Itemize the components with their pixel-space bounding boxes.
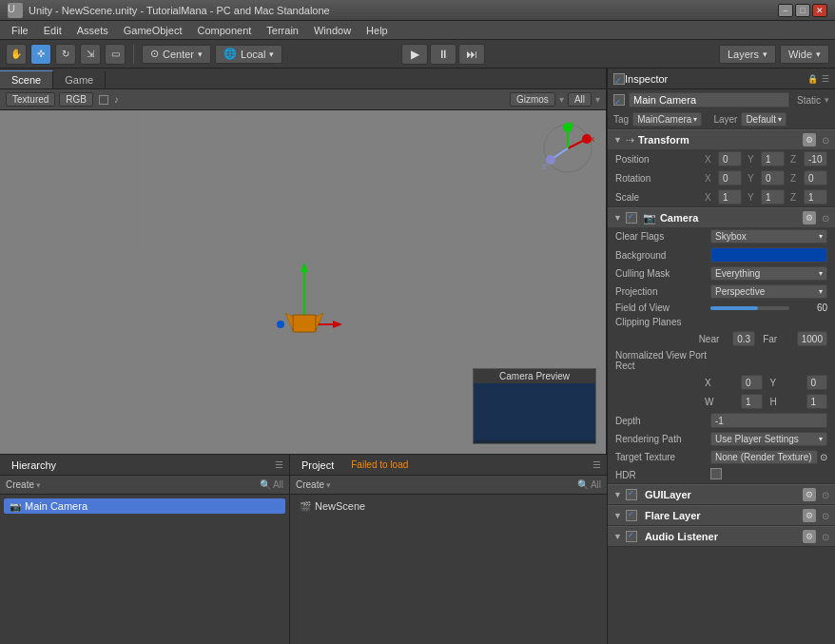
layer-dropdown[interactable]: Default [741, 112, 786, 127]
hierarchy-item-maincamera[interactable]: 📷 Main Camera [4, 498, 285, 514]
camera-enabled-checkbox[interactable] [626, 212, 637, 224]
menu-assets[interactable]: Assets [69, 23, 116, 38]
camera-extra-btn[interactable]: ⊙ [822, 213, 829, 224]
menu-component[interactable]: Component [189, 23, 259, 38]
menu-file[interactable]: File [4, 23, 36, 38]
audio-extra-btn[interactable]: ⊙ [822, 532, 829, 542]
guilayer-enabled-checkbox[interactable] [626, 489, 637, 500]
all-button[interactable]: All [568, 92, 592, 107]
flare-extra-btn[interactable]: ⊙ [822, 511, 829, 521]
rendering-path-dropdown[interactable]: Use Player Settings [710, 432, 827, 446]
camera-settings-btn[interactable]: ⚙ [803, 211, 816, 224]
guilayer-settings-btn[interactable]: ⚙ [803, 488, 816, 501]
pivot-button[interactable]: ⊙ Center [142, 45, 211, 64]
transform-extra-btn[interactable]: ⊙ [822, 135, 829, 146]
project-create-btn[interactable]: Create [296, 479, 324, 490]
scene-gizmo[interactable]: X Y Z [539, 120, 596, 177]
rect-tool[interactable]: ▭ [105, 44, 126, 65]
effects-toggle[interactable] [99, 95, 108, 105]
camera-preview-title: Camera Preview [474, 369, 595, 383]
project-item-newscene[interactable]: 🎬 NewScene [294, 498, 603, 514]
guilayer-extra-btn[interactable]: ⊙ [822, 490, 829, 500]
tag-dropdown[interactable]: MainCamera [632, 112, 702, 127]
audio-enabled-checkbox[interactable] [626, 531, 637, 542]
scene-tab[interactable]: Scene [0, 70, 53, 88]
culling-mask-dropdown[interactable]: Everything [710, 266, 827, 281]
vp-w-field[interactable]: 1 [741, 394, 763, 409]
flare-layer-header[interactable]: ▼ Flare Layer ⚙ ⊙ [608, 505, 835, 525]
step-button[interactable]: ⏭ [458, 44, 485, 65]
project-all-btn[interactable]: 🔍 All [577, 479, 601, 490]
rot-z-field[interactable]: 0 [804, 170, 827, 185]
audio-listener-header[interactable]: ▼ Audio Listener ⚙ ⊙ [608, 526, 835, 546]
hierarchy-menu-icon[interactable]: ☰ [275, 459, 283, 470]
clear-flags-row: Clear Flags Skybox [608, 227, 835, 245]
scene-viewport[interactable]: Camera Preview X Y Z [0, 110, 606, 454]
target-texture-field[interactable]: None (Render Texture) [710, 450, 818, 464]
minimize-button[interactable]: – [778, 4, 793, 17]
clear-flags-dropdown[interactable]: Skybox [710, 229, 827, 244]
menu-gameobject[interactable]: GameObject [116, 23, 190, 38]
rgb-button[interactable]: RGB [59, 92, 93, 107]
scale-z-field[interactable]: 1 [804, 189, 827, 205]
pos-z-field[interactable]: -10 [804, 151, 827, 166]
gizmos-chevron: ▾ [559, 94, 564, 105]
rotate-tool[interactable]: ↻ [55, 44, 76, 65]
coord-button[interactable]: 🌐 Local [215, 45, 282, 64]
target-texture-pick-btn[interactable]: ⊙ [820, 452, 827, 462]
menu-help[interactable]: Help [359, 23, 396, 38]
game-tab[interactable]: Game [53, 71, 106, 88]
move-tool[interactable]: ✜ [30, 44, 51, 65]
maximize-button[interactable]: □ [795, 4, 810, 17]
shading-button[interactable]: Textured [6, 92, 55, 107]
hand-tool[interactable]: ✋ [6, 44, 27, 65]
inspector-object-topbar: Static ▾ [608, 89, 835, 110]
hdr-checkbox[interactable] [710, 468, 722, 479]
inspector-menu-icon[interactable]: ☰ [822, 74, 829, 84]
menu-edit[interactable]: Edit [36, 23, 69, 38]
object-name-input[interactable] [629, 92, 789, 107]
background-color-swatch[interactable] [710, 247, 827, 263]
hierarchy-create-btn[interactable]: Create [6, 479, 34, 490]
guilayer-header[interactable]: ▼ GUILayer ⚙ ⊙ [608, 484, 835, 504]
play-button[interactable]: ▶ [401, 44, 428, 65]
fov-slider[interactable] [710, 306, 789, 310]
audio-settings-btn[interactable]: ⚙ [803, 530, 816, 543]
menu-terrain[interactable]: Terrain [259, 23, 306, 38]
scale-x-field[interactable]: 1 [718, 189, 742, 205]
camera-title: Camera [660, 212, 698, 224]
pos-x-field[interactable]: 0 [718, 151, 742, 166]
viewport-wh-row: W 1 H 1 [608, 392, 835, 411]
object-active-checkbox[interactable] [613, 94, 625, 106]
layout-dropdown[interactable]: Wide [780, 45, 829, 64]
inspector-enabled-checkbox[interactable] [613, 73, 625, 85]
project-menu-icon[interactable]: ☰ [592, 459, 601, 470]
vp-y-field[interactable]: 0 [806, 375, 828, 390]
flare-enabled-checkbox[interactable] [626, 510, 637, 521]
scale-tool[interactable]: ⇲ [80, 44, 101, 65]
near-field[interactable]: 0.3 [732, 331, 755, 346]
close-button[interactable]: ✕ [812, 4, 827, 17]
inspector-lock-icon[interactable]: 🔒 [807, 74, 818, 84]
layers-dropdown[interactable]: Layers [719, 45, 776, 64]
vp-h-field[interactable]: 1 [806, 394, 828, 409]
scale-y-field[interactable]: 1 [761, 189, 785, 205]
depth-field[interactable]: -1 [710, 413, 827, 428]
culling-mask-label: Culling Mask [615, 268, 710, 279]
hierarchy-all-btn[interactable]: 🔍 All [260, 479, 283, 490]
far-field[interactable]: 1000 [797, 331, 827, 346]
projection-dropdown[interactable]: Perspective [710, 284, 827, 299]
flare-settings-btn[interactable]: ⚙ [803, 509, 816, 522]
camera-header[interactable]: ▼ 📷 Camera ⚙ ⊙ [608, 207, 835, 227]
vp-x-field[interactable]: 0 [741, 375, 763, 390]
pos-y-field[interactable]: 1 [761, 151, 785, 166]
pause-button[interactable]: ⏸ [430, 44, 456, 65]
menu-window[interactable]: Window [306, 23, 359, 38]
transform-header[interactable]: ▼ ⇢ Transform ⚙ ⊙ [608, 129, 835, 149]
background-row: Background [608, 245, 835, 264]
rot-y-field[interactable]: 0 [761, 170, 785, 185]
hierarchy-create-chevron: ▾ [36, 480, 41, 490]
transform-settings-btn[interactable]: ⚙ [803, 133, 816, 146]
rot-x-field[interactable]: 0 [718, 170, 742, 185]
gizmos-button[interactable]: Gizmos [510, 92, 555, 107]
